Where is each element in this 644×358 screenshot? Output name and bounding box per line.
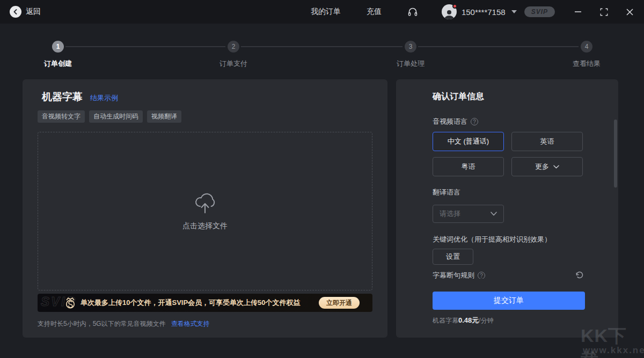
step-2-label: 订单支付: [196, 59, 271, 69]
step-3-label: 订单处理: [373, 59, 448, 69]
language-option-zh-label: 中文 (普通话): [448, 137, 489, 146]
step-3-circle: 3: [405, 41, 416, 53]
language-option-en[interactable]: 英语: [511, 132, 583, 151]
reset-icon[interactable]: [575, 271, 584, 279]
window-controls: [573, 7, 634, 17]
order-options-scroll-area: 音视频语言 中文 (普通话) 英语 粤语 更多 翻译语言 请选择 关键词优化（用…: [396, 111, 618, 279]
upload-panel: 机器字幕 结果示例 音视频转文字 自动生成时间码 视频翻译 点击选择文件 SVI…: [23, 79, 387, 338]
svip-banner: SVIP 单次最多上传10个文件，开通SVIP会员，可享受单次上传50个文件权益…: [38, 294, 372, 312]
account-menu[interactable]: 150****7158: [442, 4, 517, 19]
order-panel-title: 确认订单信息: [433, 91, 484, 102]
help-icon[interactable]: [471, 118, 478, 125]
topbar: 返回 我的订单 充值 150****7158 SVIP: [0, 0, 644, 24]
clipped-row-label: 字幕断句规则: [433, 271, 474, 279]
language-option-yue-label: 粤语: [462, 162, 475, 171]
price-value: 0.48元: [458, 316, 479, 325]
language-option-more[interactable]: 更多: [511, 157, 583, 176]
back-button[interactable]: 返回: [10, 6, 41, 18]
open-svip-button[interactable]: 立即开通: [319, 297, 360, 309]
format-support-link[interactable]: 查看格式支持: [171, 319, 210, 329]
submit-order-button[interactable]: 提交订单: [433, 292, 585, 310]
chevron-down-icon: [553, 165, 559, 169]
maximize-button[interactable]: [599, 7, 609, 17]
select-placeholder: 请选择: [440, 209, 460, 219]
menu-recharge[interactable]: 充值: [367, 7, 382, 17]
service-title: 机器字幕: [42, 90, 83, 104]
scrollbar-thumb[interactable]: [614, 120, 617, 188]
language-option-yue[interactable]: 粤语: [433, 157, 504, 176]
language-option-zh[interactable]: 中文 (普通话): [433, 132, 504, 151]
headset-icon[interactable]: [407, 6, 418, 17]
keyword-optimization-label: 关键词优化（用于提高相对识别效果）: [433, 235, 551, 244]
chevron-down-icon: [491, 212, 497, 216]
step-connector: [65, 46, 225, 47]
back-label: 返回: [26, 7, 41, 17]
translate-language-select[interactable]: 请选择: [433, 205, 504, 223]
notification-dot: [452, 4, 457, 9]
site-watermark-url: www.kkx.net: [583, 345, 644, 356]
support-note: 支持时长5小时内，5G以下的常见音视频文件: [38, 319, 166, 329]
feature-tag: 音视频转文字: [38, 110, 85, 123]
step-connector: [418, 46, 579, 47]
order-panel: 确认订单信息 音视频语言 中文 (普通话) 英语 粤语 更多 翻译语言 请选择 …: [396, 79, 618, 338]
keyword-settings-button[interactable]: 设置: [433, 249, 473, 265]
language-option-more-label: 更多: [535, 162, 549, 171]
feature-tags: 音视频转文字 自动生成时间码 视频翻译: [38, 110, 181, 123]
upload-hint: 点击选择文件: [182, 221, 228, 231]
step-1-label: 订单创建: [20, 59, 96, 69]
language-label: 音视频语言: [433, 117, 467, 126]
price-unit: /分钟: [479, 316, 493, 325]
language-option-en-label: 英语: [540, 137, 554, 146]
topnav: 我的订单 充值 150****7158 SVIP: [311, 4, 573, 19]
step-4-circle: 4: [581, 41, 592, 53]
cloud-upload-icon: [193, 191, 217, 214]
step-connector: [241, 46, 402, 47]
account-phone: 150****7158: [462, 8, 506, 17]
minimize-button[interactable]: [573, 7, 583, 17]
step-4-label: 查看结果: [549, 59, 624, 69]
step-2-circle: 2: [228, 41, 239, 53]
step-1-circle: 1: [52, 41, 64, 53]
menu-my-orders[interactable]: 我的订单: [311, 7, 341, 17]
chevron-down-icon: [511, 10, 517, 13]
svip-badge: SVIP: [524, 6, 555, 17]
translate-language-label: 翻译语言: [433, 188, 460, 197]
svip-banner-text: 单次最多上传10个文件，开通SVIP会员，可享受单次上传50个文件权益: [80, 294, 301, 312]
file-dropzone[interactable]: 点击选择文件: [38, 132, 372, 290]
back-arrow-icon: [10, 6, 21, 18]
example-link[interactable]: 结果示例: [90, 93, 118, 104]
help-icon: [478, 272, 485, 279]
next-option-row-clipped: 字幕断句规则: [433, 271, 485, 279]
feature-tag: 视频翻译: [147, 110, 181, 123]
feature-tag: 自动生成时间码: [89, 110, 143, 123]
svip-coin-icon: [63, 296, 77, 309]
close-button[interactable]: [625, 7, 634, 17]
price-prefix: 机器字幕: [433, 316, 458, 325]
price-row: 机器字幕 0.48元 /分钟: [433, 316, 494, 325]
